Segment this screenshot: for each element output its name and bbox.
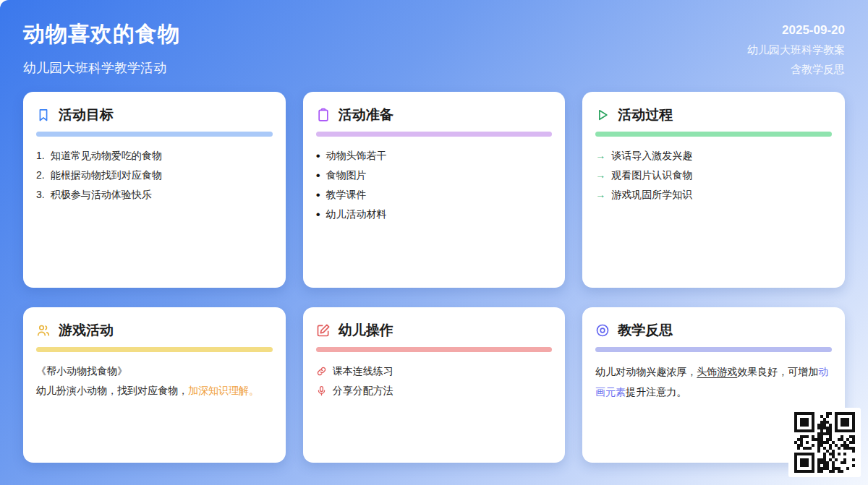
list-item: •动物头饰若干 <box>316 146 553 166</box>
game-description: 幼儿扮演小动物，找到对应食物，加深知识理解。 <box>36 381 273 401</box>
card-title: 幼儿操作 <box>339 321 393 340</box>
card-title: 活动目标 <box>59 106 114 124</box>
card-goals: 活动目标 1.知道常见动物爱吃的食物 2.能根据动物找到对应食物 3.积极参与活… <box>23 92 286 288</box>
users-icon <box>36 323 51 338</box>
card-process-header: 活动过程 <box>595 106 832 124</box>
list-item: 分享分配方法 <box>316 381 553 401</box>
list-item: •食物图片 <box>316 166 553 185</box>
accent-bar <box>316 132 553 137</box>
eye-icon <box>595 323 610 338</box>
bullet: • <box>316 205 320 224</box>
card-grid: 活动目标 1.知道常见动物爱吃的食物 2.能根据动物找到对应食物 3.积极参与活… <box>23 92 845 463</box>
accent-bar <box>36 132 273 137</box>
arrow-marker: → <box>595 185 605 205</box>
clipboard-icon <box>316 108 331 122</box>
list-item: •教学课件 <box>316 185 553 205</box>
list-item: →谈话导入激发兴趣 <box>595 146 832 166</box>
item-text: 谈话导入激发兴趣 <box>611 146 692 166</box>
game-description-highlight: 加深知识理解。 <box>188 385 259 396</box>
goals-list: 1.知道常见动物爱吃的食物 2.能根据动物找到对应食物 3.积极参与活动体验快乐 <box>36 146 273 205</box>
header: 动物喜欢的食物 幼儿园大班科学教学活动 2025-09-20 幼儿园大班科学教案… <box>0 0 868 92</box>
poster-background: 动物喜欢的食物 幼儿园大班科学教学活动 2025-09-20 幼儿园大班科学教案… <box>0 0 868 485</box>
item-text: 知道常见动物爱吃的食物 <box>51 146 162 166</box>
item-text: 课本连线练习 <box>333 361 393 381</box>
edit-icon <box>316 323 331 338</box>
item-number: 3. <box>36 185 45 205</box>
list-item: 1.知道常见动物爱吃的食物 <box>36 146 273 166</box>
date-label: 2025-09-20 <box>747 23 845 38</box>
reflection-paragraph: 幼儿对动物兴趣浓厚，头饰游戏效果良好，可增加动画元素提升注意力。 <box>595 361 832 402</box>
page-subtitle: 幼儿园大班科学教学活动 <box>23 59 180 77</box>
item-text: 积极参与活动体验快乐 <box>51 185 152 205</box>
list-item: 课本连线练习 <box>316 361 553 381</box>
meta-line-2: 含教学反思 <box>747 63 845 77</box>
item-text: 幼儿活动材料 <box>326 205 387 224</box>
list-item: 2.能根据动物找到对应食物 <box>36 166 273 185</box>
card-game-header: 游戏活动 <box>36 321 273 340</box>
card-title: 活动过程 <box>618 106 673 124</box>
card-operation: 幼儿操作 课本连线练习 分享分配方法 <box>303 307 566 463</box>
qr-code-image <box>794 412 855 473</box>
play-icon <box>595 108 610 122</box>
reflection-seg5: 提升注意力。 <box>626 386 686 398</box>
reflection-seg1: 幼儿对动物兴趣浓厚， <box>595 366 697 377</box>
meta-line-1: 幼儿园大班科学教案 <box>747 43 845 57</box>
list-item: →游戏巩固所学知识 <box>595 185 832 205</box>
bullet: • <box>316 166 320 185</box>
card-title: 活动准备 <box>339 106 393 124</box>
card-preparation: 活动准备 •动物头饰若干 •食物图片 •教学课件 •幼儿活动材料 <box>303 92 566 288</box>
game-name: 《帮小动物找食物》 <box>36 361 273 381</box>
card-process: 活动过程 →谈话导入激发兴趣 →观看图片认识食物 →游戏巩固所学知识 <box>582 92 845 288</box>
preparation-list: •动物头饰若干 •食物图片 •教学课件 •幼儿活动材料 <box>316 146 553 224</box>
reflection-seg2-underlined: 头饰游戏 <box>697 366 737 377</box>
accent-bar <box>595 347 832 352</box>
item-text: 观看图片认识食物 <box>611 166 692 185</box>
card-operation-header: 幼儿操作 <box>316 321 553 340</box>
arrow-marker: → <box>595 166 605 185</box>
mic-icon <box>316 385 327 396</box>
accent-bar <box>316 347 553 352</box>
item-text: 食物图片 <box>326 166 367 185</box>
card-title: 游戏活动 <box>59 321 114 340</box>
list-item: •幼儿活动材料 <box>316 205 553 224</box>
header-meta: 2025-09-20 幼儿园大班科学教案 含教学反思 <box>747 20 845 77</box>
card-title: 教学反思 <box>618 321 673 340</box>
item-text: 动物头饰若干 <box>326 146 387 166</box>
bullet: • <box>316 185 320 205</box>
link-icon <box>316 366 327 377</box>
card-game: 游戏活动 《帮小动物找食物》 幼儿扮演小动物，找到对应食物，加深知识理解。 <box>23 307 286 463</box>
operation-list: 课本连线练习 分享分配方法 <box>316 361 553 401</box>
bookmark-icon <box>36 108 51 122</box>
item-text: 分享分配方法 <box>333 381 393 401</box>
card-preparation-header: 活动准备 <box>316 106 553 124</box>
item-text: 游戏巩固所学知识 <box>611 185 692 205</box>
list-item: →观看图片认识食物 <box>595 166 832 185</box>
page-title: 动物喜欢的食物 <box>23 20 180 49</box>
header-left: 动物喜欢的食物 幼儿园大班科学教学活动 <box>23 20 180 77</box>
bullet: • <box>316 146 320 166</box>
item-text: 教学课件 <box>326 185 367 205</box>
arrow-marker: → <box>595 146 605 166</box>
reflection-seg3: 效果良好，可增加 <box>737 366 818 377</box>
qr-code <box>788 408 861 477</box>
accent-bar <box>36 347 273 352</box>
accent-bar <box>595 132 832 137</box>
item-text: 能根据动物找到对应食物 <box>51 166 162 185</box>
item-number: 2. <box>36 166 45 185</box>
list-item: 3.积极参与活动体验快乐 <box>36 185 273 205</box>
card-goals-header: 活动目标 <box>36 106 273 124</box>
card-reflection-header: 教学反思 <box>595 321 832 340</box>
process-list: →谈话导入激发兴趣 →观看图片认识食物 →游戏巩固所学知识 <box>595 146 832 205</box>
game-description-text: 幼儿扮演小动物，找到对应食物， <box>36 385 188 396</box>
item-number: 1. <box>36 146 45 166</box>
